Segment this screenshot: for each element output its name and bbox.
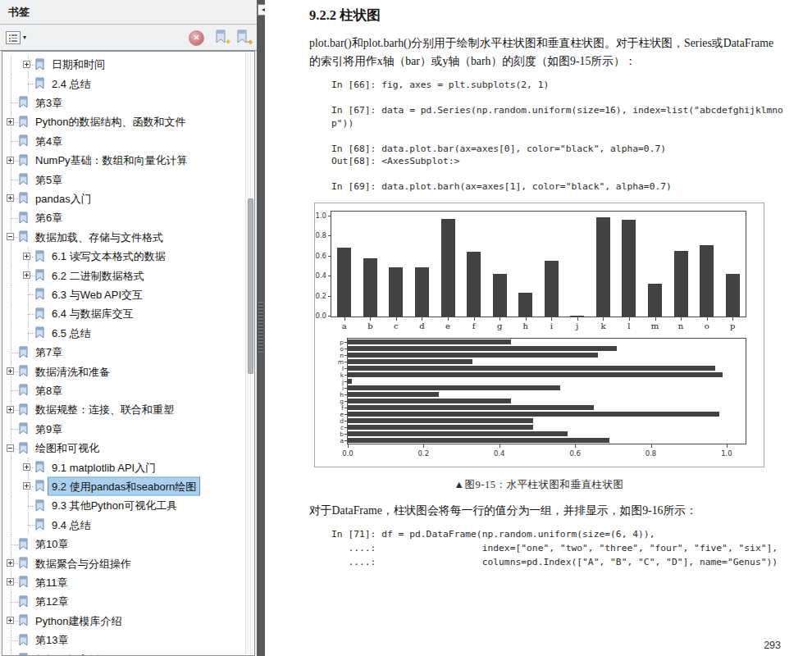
y-tick-label: c: [340, 425, 344, 430]
code-line: Out[68]: <AxesSubplot:>: [331, 156, 783, 169]
bookmark-item[interactable]: 第11章: [2, 573, 245, 592]
bar-o: [348, 346, 617, 350]
bookmark-label: 数据清洗和准备: [32, 363, 113, 380]
bookmark-label: 第6章: [32, 209, 66, 226]
splitter-grip-icon[interactable]: [258, 302, 263, 353]
bookmark-item[interactable]: 数据清洗和准备: [2, 362, 245, 380]
bookmark-item[interactable]: 第10章: [2, 535, 245, 554]
bookmark-item[interactable]: 6.3 与Web API交互: [2, 285, 245, 304]
bookmark-item[interactable]: 第3章: [2, 93, 245, 112]
expand-icon[interactable]: [7, 157, 14, 164]
bookmarks-tree: 日期和时间2.4 总结第3章Python的数据结构、函数和文件第4章NumPy基…: [2, 51, 255, 656]
bookmark-item[interactable]: 6.1 读写文本格式的数据: [2, 247, 245, 266]
collapse-icon[interactable]: [7, 233, 14, 240]
bookmark-item[interactable]: 9.2 使用pandas和seaborn绘图: [2, 477, 245, 496]
expand-icon[interactable]: [7, 559, 14, 567]
bookmark-icon: [18, 595, 29, 608]
bookmark-item[interactable]: 第8章: [2, 381, 245, 400]
bookmark-item[interactable]: 数据规整：连接、联合和重塑: [2, 400, 245, 419]
x-tick: [526, 317, 527, 321]
bookmark-item[interactable]: Python建模库介绍: [2, 612, 245, 631]
bookmark-item[interactable]: 第4章: [2, 132, 245, 151]
expand-icon[interactable]: [23, 271, 30, 279]
tree-connector: [11, 390, 18, 392]
delete-bookmark-button[interactable]: ✕: [189, 30, 204, 45]
bookmark-item[interactable]: 绘图和可视化: [2, 439, 245, 458]
bookmark-icon: [18, 614, 29, 626]
expand-icon[interactable]: [7, 578, 14, 585]
expand-icon[interactable]: [23, 463, 30, 471]
bookmark-item[interactable]: 2.4 总结: [2, 74, 245, 93]
y-tick: [344, 408, 348, 408]
bar-f: [348, 405, 594, 409]
x-tick: [577, 317, 578, 321]
y-tick-label: i: [342, 385, 344, 391]
expand-icon[interactable]: [7, 617, 14, 624]
collapse-icon[interactable]: [7, 444, 14, 452]
bar-b: [363, 258, 377, 317]
bookmark-item[interactable]: 9.3 其他Python可视化工具: [2, 496, 245, 515]
y-tick-label: o: [340, 346, 344, 352]
expand-icon[interactable]: [7, 367, 14, 375]
bookmarks-toolbar: ▾ ✕ ✦ ➜: [0, 25, 257, 51]
y-tick-label: a: [340, 438, 344, 444]
tree-connector: [11, 74, 11, 93]
tree-connector: [28, 294, 34, 296]
bookmark-item[interactable]: 第9章: [2, 420, 245, 439]
expand-icon[interactable]: [7, 118, 14, 125]
code-block: In [71]: df = pd.DataFrame(np.random.uni…: [331, 529, 778, 570]
bookmark-item[interactable]: 数据加载、存储与文件格式: [2, 228, 245, 247]
x-tick: [396, 317, 397, 321]
y-tick: [344, 394, 348, 395]
y-tick-label: d: [340, 418, 344, 424]
bar-e: [441, 219, 455, 317]
bookmark-item[interactable]: 9.1 matplotlib API入门: [2, 458, 245, 476]
goto-bookmark-button[interactable]: ➜: [235, 30, 251, 45]
tree-connector: [11, 544, 18, 546]
x-tick-label: d: [419, 321, 424, 330]
tree-scrollbar[interactable]: [245, 52, 253, 654]
code-line: In [71]: df = pd.DataFrame(np.random.uni…: [331, 529, 778, 543]
bookmark-label: 2.4 总结: [48, 75, 94, 93]
add-bookmark-button[interactable]: ✦: [214, 30, 230, 45]
bar-l: [622, 220, 636, 317]
bookmark-item[interactable]: 数据聚合与分组操作: [2, 554, 245, 572]
tree-connector: [11, 247, 11, 266]
bookmark-item[interactable]: NumPy基础：数组和向量化计算: [2, 151, 245, 170]
bookmark-item[interactable]: 第5章: [2, 170, 245, 189]
bookmark-options-icon[interactable]: ▾: [6, 30, 21, 45]
y-tick-label: 0.0: [305, 312, 326, 320]
tree-connector: [11, 266, 11, 285]
bookmark-item[interactable]: 6.5 总结: [2, 324, 245, 343]
bookmark-icon: [18, 557, 29, 569]
expand-icon[interactable]: [7, 406, 14, 413]
bookmark-label: NumPy基础：数组和向量化计算: [32, 152, 191, 169]
bookmark-item[interactable]: 第13章: [2, 631, 245, 649]
bookmark-label: 第3章: [32, 94, 66, 112]
bookmark-label: 第11章: [32, 574, 71, 591]
bookmark-item[interactable]: Python的数据结构、函数和文件: [2, 112, 245, 131]
section-heading: 9.2.2 柱状图: [309, 7, 381, 25]
bookmark-item[interactable]: 数据分析案例: [2, 649, 245, 656]
bookmark-item[interactable]: 6.2 二进制数据格式: [2, 266, 245, 285]
bookmark-item[interactable]: 9.4 总结: [2, 516, 245, 535]
expand-icon[interactable]: [23, 61, 30, 68]
bookmark-item[interactable]: pandas入门: [2, 189, 245, 208]
bookmark-item[interactable]: 6.4 与数据库交互: [2, 304, 245, 323]
expand-icon[interactable]: [7, 194, 14, 202]
bookmark-item[interactable]: 日期和时间: [2, 55, 245, 74]
bookmark-icon: [34, 288, 45, 300]
x-tick-label: m: [651, 321, 659, 330]
panel-splitter[interactable]: [257, 0, 265, 656]
bar-d: [348, 418, 533, 422]
tree-connector: [11, 285, 11, 304]
bookmark-item[interactable]: 第12章: [2, 592, 245, 611]
scrollbar-thumb[interactable]: [248, 198, 253, 374]
expand-icon[interactable]: [23, 482, 30, 490]
expand-icon[interactable]: [23, 253, 30, 260]
bookmark-item[interactable]: 第7章: [2, 343, 245, 362]
y-tick: [344, 342, 348, 343]
bookmark-item[interactable]: 第6章: [2, 208, 245, 227]
bookmark-label: 第10章: [32, 535, 71, 553]
code-block: In [66]: fig, axes = plt.subplots(2, 1)I…: [331, 80, 783, 194]
